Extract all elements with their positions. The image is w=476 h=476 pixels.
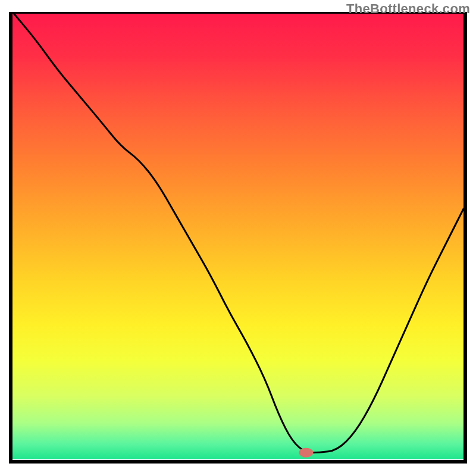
plot-frame — [9, 12, 467, 464]
plot-svg — [9, 12, 467, 464]
watermark-text: TheBottleneck.com — [346, 1, 470, 17]
gradient-background — [12, 12, 464, 459]
bottleneck-marker — [299, 448, 314, 458]
chart-container: TheBottleneck.com — [0, 0, 476, 476]
